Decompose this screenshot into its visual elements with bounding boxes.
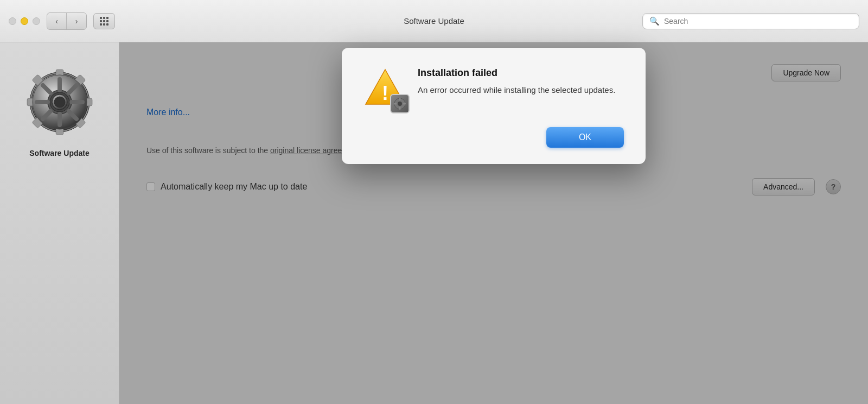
grid-icon xyxy=(100,17,108,26)
modal-overlay: ! xyxy=(119,42,868,404)
svg-point-26 xyxy=(398,102,402,106)
warning-icon: ! xyxy=(363,67,407,111)
installation-failed-dialog: ! xyxy=(342,48,646,164)
titlebar: ‹ › Software Update 🔍 xyxy=(0,0,868,42)
svg-rect-30 xyxy=(403,103,406,105)
ok-button[interactable]: OK xyxy=(546,127,624,148)
search-input[interactable] xyxy=(664,17,852,26)
modal-footer: OK xyxy=(363,127,624,148)
traffic-lights xyxy=(9,17,40,25)
right-panel: Upgrade Now More info... Use of this sof… xyxy=(119,42,868,404)
app-icon xyxy=(22,64,98,140)
maximize-button[interactable] xyxy=(33,17,40,25)
svg-rect-29 xyxy=(394,103,397,105)
main-content: Software Update Upgrade Now More info...… xyxy=(0,42,868,404)
back-button[interactable]: ‹ xyxy=(47,13,67,29)
sidebar-app-name: Software Update xyxy=(29,149,89,157)
window-title: Software Update xyxy=(404,16,464,26)
search-box[interactable]: 🔍 xyxy=(642,13,859,29)
gear-badge-icon xyxy=(390,94,410,113)
modal-text: Installation failed An error occurred wh… xyxy=(418,67,624,97)
sidebar: Software Update xyxy=(0,42,119,404)
modal-top: ! xyxy=(363,67,624,111)
modal-title: Installation failed xyxy=(418,67,624,79)
close-button[interactable] xyxy=(9,17,16,25)
grid-view-button[interactable] xyxy=(93,13,115,29)
forward-button[interactable]: › xyxy=(67,13,86,29)
svg-point-14 xyxy=(54,97,65,108)
nav-buttons: ‹ › xyxy=(47,12,87,30)
search-icon: 🔍 xyxy=(649,16,660,26)
svg-rect-27 xyxy=(399,98,401,100)
svg-rect-28 xyxy=(399,107,401,110)
minimize-button[interactable] xyxy=(21,17,28,25)
modal-body: An error occurred while installing the s… xyxy=(418,84,624,97)
svg-text:!: ! xyxy=(382,82,388,104)
